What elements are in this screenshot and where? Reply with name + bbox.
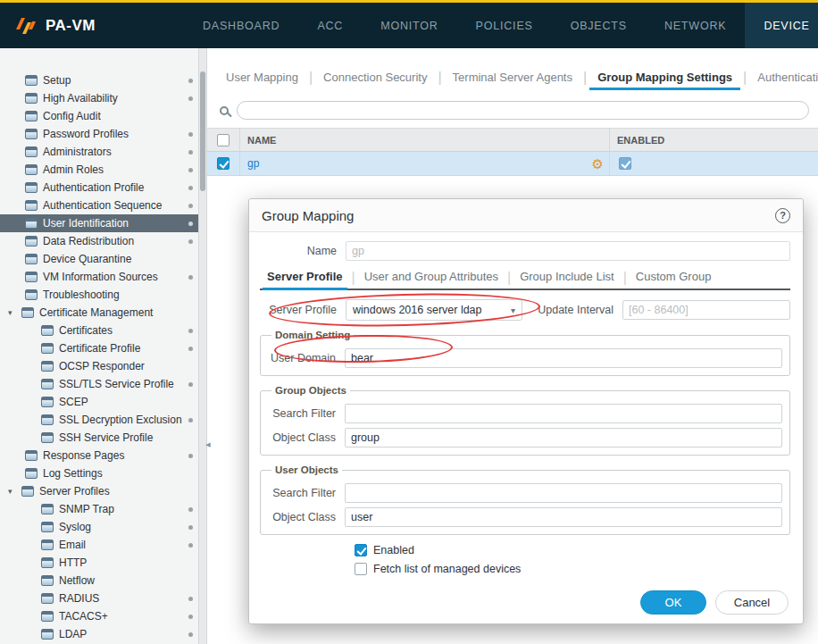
dialog-tab-user-and-group-attributes[interactable]: User and Group Attributes — [357, 266, 505, 289]
sidebar-item-radius[interactable]: RADIUS — [0, 590, 206, 607]
user-domain-input[interactable] — [345, 348, 782, 368]
ocsp-responder-icon — [41, 361, 54, 372]
sidebar-item-tacacs[interactable]: TACACS+ — [0, 607, 206, 625]
sidebar-collapse-handle[interactable]: ◀ — [203, 429, 213, 461]
column-header-enabled[interactable]: ENABLED — [609, 129, 818, 151]
sidebar-item-response-pages[interactable]: Response Pages — [0, 447, 206, 464]
sidebar-item-authentication-profile[interactable]: Authentication Profile — [0, 179, 206, 197]
column-header-name[interactable]: NAME — [239, 129, 609, 151]
ok-button[interactable]: OK — [640, 590, 706, 615]
row-gear-icon[interactable]: ⚙ — [592, 157, 604, 171]
sidebar-item-administrators[interactable]: Administrators — [0, 143, 206, 161]
troubleshooting-icon — [25, 289, 38, 300]
sidebar-item-label: SSH Service Profile — [59, 431, 153, 444]
row-checkbox[interactable] — [217, 157, 230, 170]
nav-tab-device[interactable]: DEVICE — [745, 3, 818, 48]
tab-connection-security[interactable]: Connection Security — [315, 66, 435, 90]
sidebar-item-device-quarantine[interactable]: Device Quarantine — [0, 250, 206, 268]
enabled-checkbox[interactable] — [355, 544, 367, 556]
search-input[interactable] — [237, 101, 809, 120]
chevron-down-icon: ▾ — [511, 305, 515, 315]
fetch-managed-devices-checkbox[interactable] — [355, 563, 367, 575]
sidebar-item-snmp-trap[interactable]: SNMP Trap — [0, 500, 206, 518]
tab-authentication-port[interactable]: Authentication Port — [749, 66, 818, 90]
sidebar-item-email[interactable]: Email — [0, 536, 206, 554]
sidebar-item-certificate-profile[interactable]: Certificate Profile — [0, 339, 206, 357]
tacacs-icon — [41, 611, 54, 622]
row-name-link[interactable]: gp — [247, 157, 259, 170]
sidebar-item-ssl-decryption-exclusion[interactable]: SSL Decryption Exclusion — [0, 411, 206, 429]
sidebar-item-admin-roles[interactable]: Admin Roles — [0, 161, 206, 179]
content-tabs: User Mapping|Connection Security|Termina… — [207, 64, 818, 91]
sidebar-item-data-redistribution[interactable]: Data Redistribution — [0, 232, 206, 250]
sidebar-item-ssh-service-profile[interactable]: SSH Service Profile — [0, 429, 206, 447]
sidebar-scrollbar[interactable] — [198, 48, 206, 644]
search-icon[interactable] — [220, 106, 229, 115]
syslog-icon — [41, 522, 54, 532]
sidebar-item-certificate-management[interactable]: ▾Certificate Management — [0, 304, 206, 322]
status-dot — [188, 543, 193, 548]
sidebar-item-ldap[interactable]: LDAP — [0, 625, 206, 643]
sidebar-item-scep[interactable]: SCEP — [0, 393, 206, 411]
row-enabled-checkbox[interactable] — [619, 157, 631, 170]
sidebar-item-ocsp-responder[interactable]: OCSP Responder — [0, 357, 206, 375]
help-icon[interactable]: ? — [775, 208, 790, 223]
chevron-down-icon[interactable]: ▾ — [8, 487, 19, 496]
name-input[interactable] — [346, 241, 790, 261]
sidebar-item-syslog[interactable]: Syslog — [0, 518, 206, 536]
server-profile-dropdown[interactable]: windows 2016 server ldap ▾ — [346, 299, 522, 321]
sidebar-item-log-settings[interactable]: Log Settings — [0, 464, 206, 482]
user-object-class-input[interactable] — [345, 507, 782, 527]
nav-tab-dashboard[interactable]: DASHBOARD — [184, 3, 298, 48]
sidebar-item-label: Certificate Management — [39, 306, 153, 319]
sidebar-item-authentication-sequence[interactable]: Authentication Sequence — [0, 197, 206, 214]
tab-terminal-server-agents[interactable]: Terminal Server Agents — [445, 66, 580, 90]
nav-tab-monitor[interactable]: MONITOR — [362, 3, 456, 48]
sidebar-item-label: SSL/TLS Service Profile — [59, 378, 174, 390]
dialog-tab-server-profile[interactable]: Server Profile — [260, 266, 350, 289]
config-audit-icon — [25, 111, 38, 121]
table-header: NAME ENABLED — [207, 128, 818, 152]
top-nav: PA-VM DASHBOARDACCMONITORPOLICIESOBJECTS… — [0, 3, 818, 48]
sidebar-item-user-identification[interactable]: User Identification — [0, 214, 206, 232]
sidebar-item-config-audit[interactable]: Config Audit — [0, 107, 206, 125]
status-dot — [188, 150, 193, 155]
nav-tab-acc[interactable]: ACC — [298, 3, 362, 48]
update-interval-input[interactable] — [622, 300, 790, 320]
sidebar-item-label: Email — [59, 539, 86, 551]
tab-group-mapping-settings[interactable]: Group Mapping Settings — [589, 66, 740, 90]
group-object-class-input[interactable] — [345, 428, 782, 447]
sidebar-item-http[interactable]: HTTP — [0, 554, 206, 572]
sidebar-item-vm-information-sources[interactable]: VM Information Sources — [0, 268, 206, 286]
nav-tab-policies[interactable]: POLICIES — [457, 3, 552, 48]
nav-tab-network[interactable]: NETWORK — [646, 3, 746, 48]
sidebar-item-label: Certificate Profile — [59, 342, 140, 355]
sidebar-item-troubleshooting[interactable]: Troubleshooting — [0, 286, 206, 304]
dialog-tab-custom-group[interactable]: Custom Group — [629, 266, 719, 289]
sidebar-item-ssl-tls-service-profile[interactable]: SSL/TLS Service Profile — [0, 375, 206, 393]
tab-user-mapping[interactable]: User Mapping — [218, 66, 306, 90]
sidebar-item-label: Authentication Sequence — [43, 199, 162, 212]
sidebar-item-netflow[interactable]: Netflow — [0, 572, 206, 590]
table-row[interactable]: gp ⚙ — [207, 152, 818, 176]
status-dot — [188, 329, 193, 333]
select-all-checkbox[interactable] — [217, 134, 230, 146]
dialog-tab-group-include-list[interactable]: Group Include List — [513, 266, 622, 289]
sidebar-item-setup[interactable]: Setup — [0, 71, 206, 89]
sidebar-item-server-profiles[interactable]: ▾Server Profiles — [0, 482, 206, 500]
admin-roles-icon — [25, 164, 38, 175]
sidebar-item-certificates[interactable]: Certificates — [0, 322, 206, 339]
log-settings-icon — [25, 468, 38, 479]
sidebar-item-password-profiles[interactable]: Password Profiles — [0, 125, 206, 143]
ssl-decryption-exclusion-icon — [41, 414, 54, 425]
tab-separator: | — [309, 70, 313, 86]
status-dot — [188, 454, 193, 458]
sidebar-scroll-thumb[interactable] — [200, 71, 205, 191]
sidebar-item-high-availability[interactable]: High Availability — [0, 89, 206, 107]
nav-tab-objects[interactable]: OBJECTS — [552, 3, 646, 48]
group-search-filter-input[interactable] — [345, 404, 782, 423]
user-search-filter-input[interactable] — [345, 483, 782, 503]
chevron-down-icon[interactable]: ▾ — [8, 308, 19, 317]
cancel-button[interactable]: Cancel — [715, 590, 789, 615]
user-identification-icon — [25, 218, 38, 229]
